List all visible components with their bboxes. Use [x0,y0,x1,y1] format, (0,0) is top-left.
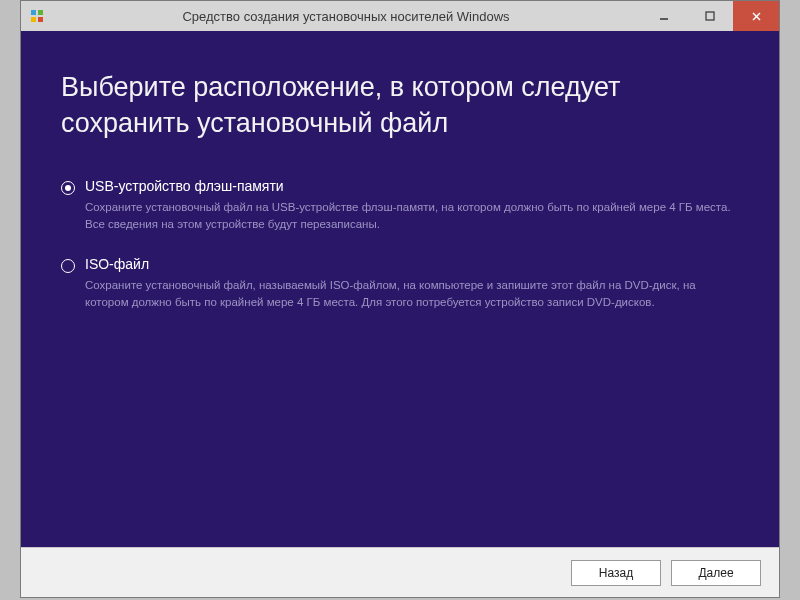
option-description: Сохраните установочный файл, называемый … [85,277,739,310]
minimize-button[interactable] [641,1,687,31]
window-title: Средство создания установочных носителей… [51,9,641,24]
option-text: ISO-файл Сохраните установочный файл, на… [85,256,739,310]
options-group: USB-устройство флэш-памяти Сохраните уст… [61,178,739,311]
option-iso[interactable]: ISO-файл Сохраните установочный файл, на… [61,256,739,310]
option-usb[interactable]: USB-устройство флэш-памяти Сохраните уст… [61,178,739,232]
window: Средство создания установочных носителей… [20,0,780,598]
option-text: USB-устройство флэш-памяти Сохраните уст… [85,178,739,232]
window-controls [641,1,779,31]
close-button[interactable] [733,1,779,31]
svg-rect-5 [706,12,714,20]
radio-icon [61,259,75,273]
page-heading: Выберите расположение, в котором следует… [61,69,739,142]
maximize-button[interactable] [687,1,733,31]
option-label: USB-устройство флэш-памяти [85,178,739,194]
svg-rect-2 [31,17,36,22]
titlebar: Средство создания установочных носителей… [21,1,779,31]
svg-rect-1 [38,10,43,15]
radio-icon [61,181,75,195]
content-area: Выберите расположение, в котором следует… [21,31,779,547]
option-label: ISO-файл [85,256,739,272]
back-button[interactable]: Назад [571,560,661,586]
svg-rect-0 [31,10,36,15]
svg-rect-3 [38,17,43,22]
option-description: Сохраните установочный файл на USB-устро… [85,199,739,232]
footer: Назад Далее [21,547,779,597]
app-icon [29,8,45,24]
next-button[interactable]: Далее [671,560,761,586]
